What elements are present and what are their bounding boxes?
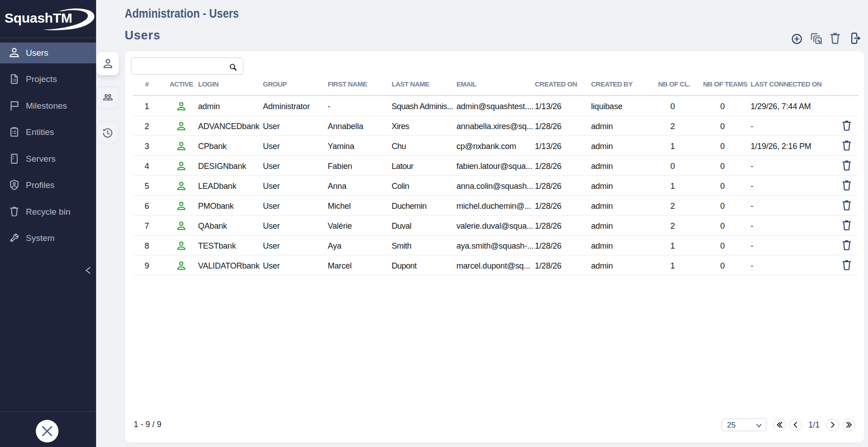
svg-text:SquashTM: SquashTM [5, 10, 72, 25]
